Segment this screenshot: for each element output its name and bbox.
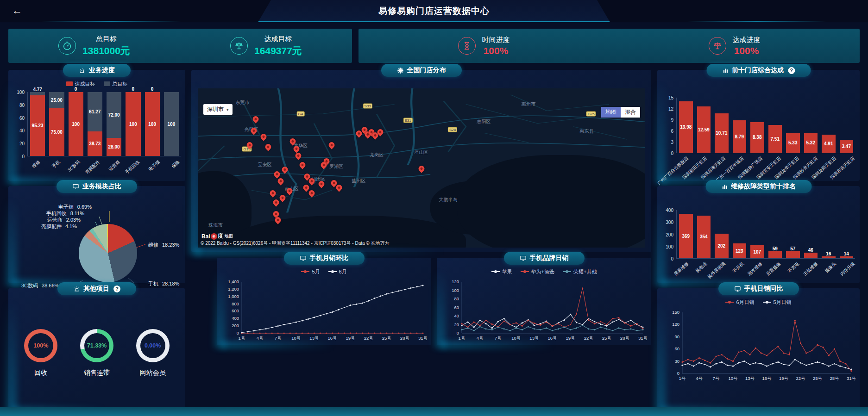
- district-label: 惠阳区: [477, 118, 491, 125]
- legend-item-6月[interactable]: 6月: [328, 268, 347, 275]
- baidu-map[interactable]: 东莞市光明区龙华区罗湖区南山区福田区宝安区龙岗区坪山区盐田区大鹏半岛惠阳区惠州市…: [198, 88, 645, 248]
- svg-text:16号: 16号: [762, 376, 772, 381]
- x-label: 维修: [31, 159, 42, 169]
- kpi-time-progress: 时间进度 100%: [458, 36, 510, 56]
- panel-title-other-projects: 其他项目 ?: [57, 282, 136, 295]
- y-tick: 12: [668, 106, 673, 112]
- gauge-ring[interactable]: 100%: [24, 329, 57, 362]
- svg-text:60: 60: [454, 305, 459, 310]
- bar-深圳龙岗天虹店[interactable]: 4.91: [822, 98, 836, 153]
- bar-保险[interactable]: 0100: [164, 92, 179, 156]
- city-selector[interactable]: 深圳市 ▾: [203, 104, 233, 115]
- kpi-achieve-progress: 达成进度 100%: [709, 36, 761, 56]
- bar-深圳彩田天虹店[interactable]: 12.59: [697, 98, 711, 153]
- stopwatch-icon: [58, 37, 76, 55]
- legend-dot: [331, 270, 334, 273]
- legend-daily-yoy: 6月日销5月日销: [657, 298, 860, 306]
- svg-text:80: 80: [454, 296, 459, 301]
- bar-后置摄像[interactable]: 59: [768, 210, 782, 258]
- bar-segment: [840, 256, 854, 258]
- kpi-achieved-target: 达成目标 1649377元: [230, 35, 302, 57]
- panel-module-share: 业务模块占比 电子烟0.69% 手机回收8.11% 运营商2.03% 壳膜配件4…: [8, 186, 185, 283]
- x-label-cell: 主板维修: [806, 259, 821, 280]
- pie[interactable]: [79, 224, 137, 282]
- bar-主板维修[interactable]: 46: [804, 210, 818, 258]
- bar-手机[interactable]: 75.0025.00: [49, 92, 64, 156]
- x-label-cell: 换外屏玻璃: [714, 259, 729, 280]
- legend-dot: [304, 270, 307, 273]
- bar-内存升级[interactable]: 14: [840, 210, 854, 258]
- bar-壳膜配件[interactable]: 38.7361.27: [88, 92, 102, 156]
- legend-dot: [523, 270, 526, 273]
- bar-换电池[interactable]: 354: [697, 210, 711, 258]
- bar-3C数码[interactable]: 1000: [69, 92, 83, 156]
- legend-item-5月[interactable]: 5月: [301, 268, 320, 275]
- bar-深圳布吉天虹店[interactable]: 3.47: [840, 98, 854, 153]
- gauge-ring[interactable]: 0.00%: [136, 329, 170, 362]
- title-banner: 易修易购门店运营数据中心: [258, 0, 610, 22]
- svg-text:19号: 19号: [566, 335, 576, 341]
- bar-不开机[interactable]: 123: [733, 210, 747, 258]
- bar-广州一百百年城店[interactable]: 8.79: [733, 98, 747, 153]
- bar-深圳宝安天虹店[interactable]: 7.51: [768, 98, 782, 153]
- legend-item-荣耀+其他[interactable]: 荣耀+其他: [563, 268, 597, 275]
- district-label: 龙岗区: [370, 152, 384, 158]
- panel-title-brand-daily: 手机品牌日销: [504, 252, 585, 265]
- bar-电子烟[interactable]: 1000: [145, 92, 160, 156]
- legend-label: 荣耀+其他: [573, 268, 597, 275]
- legend-item-5月日销[interactable]: 5月日销: [763, 299, 792, 306]
- svg-text:400: 400: [232, 316, 239, 321]
- legend-item-达成目标[interactable]: 达成目标: [66, 81, 95, 87]
- legend-dot: [766, 301, 768, 304]
- legend-item-苹果[interactable]: 苹果: [491, 268, 512, 275]
- bar-不充电[interactable]: 57: [786, 210, 800, 258]
- bar-泡水维修[interactable]: 107: [750, 210, 764, 258]
- x-label: 屏幕维修: [673, 261, 690, 277]
- bar-运营商[interactable]: 28.0072.00: [107, 92, 121, 156]
- legend-item-6月日销[interactable]: 6月日销: [725, 299, 754, 306]
- pie-label: 手机28.18%: [148, 280, 179, 287]
- bar-深圳后海天虹店[interactable]: 10.71: [715, 98, 729, 153]
- bar-摄像头[interactable]: 16: [822, 210, 836, 258]
- bar-手机回收[interactable]: 1000: [126, 92, 140, 156]
- kpi-label: 总目标: [82, 35, 130, 43]
- bar-深圳翻身广场店[interactable]: 8.38: [750, 98, 764, 153]
- x-label: 电子烟: [147, 159, 161, 173]
- bar-换外屏玻璃[interactable]: 202: [715, 210, 729, 258]
- bar-广州广百白云旗舰店[interactable]: 13.98: [679, 98, 693, 153]
- bar-segment: [804, 253, 818, 258]
- chart-top10-stores: 03691215 13.9812.5910.718.798.387.515.33…: [663, 98, 855, 153]
- layer-hybrid-button[interactable]: 混合: [621, 107, 640, 118]
- svg-text:31号: 31号: [638, 335, 648, 341]
- barchart-icon: [721, 183, 728, 190]
- barchart-icon: [722, 67, 729, 74]
- x-label-cell: 屏幕维修: [677, 259, 692, 280]
- pie-label: 电子烟0.69%: [58, 204, 92, 211]
- panel-title-fault-top10: 维修故障类型前十排名: [705, 180, 811, 193]
- svg-text:4号: 4号: [257, 335, 264, 341]
- bar-深圳龙华天虹店[interactable]: 5.33: [786, 98, 800, 153]
- legend-item-总目标[interactable]: 总目标: [104, 81, 128, 87]
- svg-text:200: 200: [232, 323, 239, 328]
- help-icon[interactable]: ?: [113, 286, 120, 292]
- x-label: 内存升级: [839, 261, 856, 277]
- x-label: 3C数码: [67, 159, 82, 174]
- back-arrow-icon[interactable]: ←: [12, 5, 22, 17]
- chart-fault-top10: 0100200300400 3693542021231075957461614: [663, 210, 855, 259]
- svg-text:0: 0: [457, 330, 459, 335]
- bar-segment: [30, 92, 45, 95]
- bar-深圳沙井天虹店[interactable]: 5.32: [804, 98, 818, 153]
- gauge-ring[interactable]: 71.33%: [80, 329, 113, 362]
- map-layer-toggle: 地图 混合: [601, 107, 640, 118]
- help-icon[interactable]: ?: [788, 67, 795, 74]
- bar-维修[interactable]: 95.234.77: [30, 92, 45, 156]
- legend-item-华为+智选[interactable]: 华为+智选: [521, 268, 554, 275]
- x-label: 主板维修: [802, 261, 819, 277]
- road-badge: S33: [363, 103, 372, 108]
- kpi-label: 达成进度: [733, 36, 761, 44]
- bar-屏幕维修[interactable]: 369: [679, 210, 693, 258]
- bar-value-label: 4.77: [28, 87, 47, 92]
- gauge-label: 网站会员: [136, 369, 170, 377]
- layer-map-button[interactable]: 地图: [601, 107, 621, 118]
- chevron-down-icon: ▾: [226, 107, 229, 112]
